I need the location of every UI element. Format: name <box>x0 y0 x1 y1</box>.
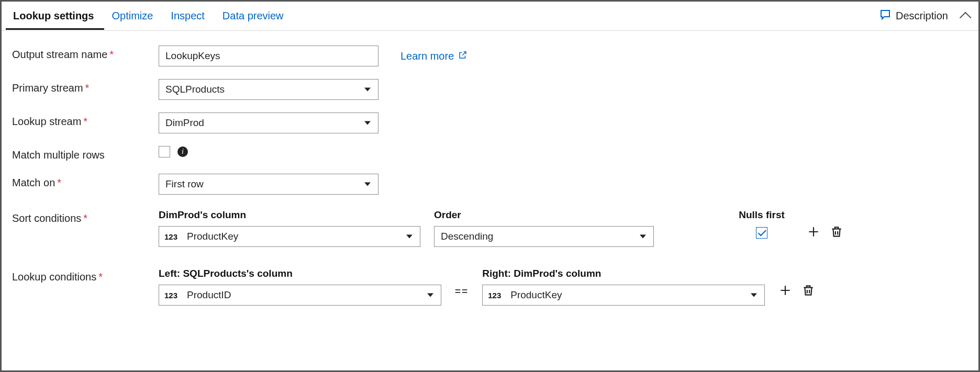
sort-column-stack: DimProd's column 123 ProductKey <box>159 209 420 247</box>
primary-stream-select[interactable]: SQLProducts <box>159 79 378 100</box>
caret-down-icon <box>751 294 757 297</box>
row-primary-stream: Primary stream* SQLProducts <box>12 79 968 100</box>
lookup-stream-select[interactable]: DimProd <box>159 112 378 133</box>
lookup-left-header: Left: SQLProducts's column <box>159 268 441 279</box>
lookup-right-header: Right: DimProd's column <box>482 268 765 279</box>
row-lookup-stream: Lookup stream* DimProd <box>12 112 968 133</box>
add-sort-condition-button[interactable] <box>807 225 820 239</box>
sort-column-value: ProductKey <box>187 231 238 242</box>
row-sort-conditions: Sort conditions* DimProd's column 123 Pr… <box>12 209 968 247</box>
nulls-first-checkbox[interactable] <box>756 227 767 239</box>
primary-stream-value: SQLProducts <box>165 84 225 95</box>
output-stream-name-input[interactable] <box>159 46 378 66</box>
label-text: Match on <box>12 177 55 188</box>
type-chip: 123 <box>164 232 177 241</box>
match-on-value: First row <box>165 178 204 190</box>
sort-row-actions <box>807 209 843 239</box>
lookup-left-value: ProductID <box>187 289 231 301</box>
caret-down-icon <box>406 235 413 239</box>
delete-sort-condition-button[interactable] <box>830 225 843 239</box>
label-output-stream-name: Output stream name* <box>12 46 159 61</box>
label-text: Sort conditions <box>12 212 81 224</box>
label-text: Primary stream <box>12 82 83 94</box>
caret-down-icon <box>364 88 371 92</box>
equals-operator: == <box>455 268 469 297</box>
caret-down-icon <box>640 235 646 239</box>
row-output-stream-name: Output stream name* Learn more <box>12 46 968 66</box>
sort-column-header: DimProd's column <box>159 209 420 221</box>
row-match-on: Match on* First row <box>12 174 968 195</box>
label-text: Lookup conditions <box>12 271 96 283</box>
description-label: Description <box>896 10 948 22</box>
type-chip: 123 <box>164 291 177 300</box>
sort-order-value: Descending <box>441 231 493 242</box>
caret-down-icon <box>364 121 371 125</box>
comment-icon <box>879 8 892 24</box>
sort-nulls-stack: Nulls first <box>730 209 793 239</box>
caret-down-icon <box>427 294 433 297</box>
lookup-right-stack: Right: DimProd's column 123 ProductKey <box>482 268 765 306</box>
label-match-on: Match on* <box>12 174 159 189</box>
lookup-settings-form: Output stream name* Learn more Primary s… <box>2 31 978 331</box>
label-text: Lookup stream <box>12 116 81 127</box>
tab-bar: Lookup settings Optimize Inspect Data pr… <box>2 2 978 31</box>
label-match-multiple-rows: Match multiple rows <box>12 146 159 161</box>
lookup-right-value: ProductKey <box>510 289 562 301</box>
label-lookup-stream: Lookup stream* <box>12 112 159 128</box>
tab-optimize[interactable]: Optimize <box>104 3 163 30</box>
lookup-right-select[interactable]: 123 ProductKey <box>482 285 765 306</box>
sort-column-select[interactable]: 123 ProductKey <box>159 226 420 247</box>
lookup-row-actions <box>778 268 815 297</box>
match-multiple-rows-checkbox[interactable] <box>159 146 170 157</box>
tab-data-preview[interactable]: Data preview <box>215 3 294 30</box>
learn-more-link[interactable]: Learn more <box>400 50 467 62</box>
caret-down-icon <box>364 183 371 186</box>
lookup-left-stack: Left: SQLProducts's column 123 ProductID <box>159 268 441 306</box>
add-lookup-condition-button[interactable] <box>778 284 792 297</box>
label-text: Match multiple rows <box>12 149 105 161</box>
delete-lookup-condition-button[interactable] <box>801 284 815 297</box>
row-match-multiple-rows: Match multiple rows i <box>12 146 968 161</box>
row-lookup-conditions: Lookup conditions* Left: SQLProducts's c… <box>12 268 968 306</box>
label-text: Output stream name <box>12 49 107 60</box>
label-lookup-conditions: Lookup conditions* <box>12 268 159 283</box>
type-chip: 123 <box>488 291 501 300</box>
lookup-left-select[interactable]: 123 ProductID <box>159 285 441 306</box>
tab-inspect[interactable]: Inspect <box>163 3 215 30</box>
sort-order-stack: Order Descending <box>434 209 654 247</box>
learn-more-text: Learn more <box>400 50 454 62</box>
chevron-up-icon <box>960 12 972 24</box>
label-primary-stream: Primary stream* <box>12 79 159 94</box>
lookup-stream-value: DimProd <box>165 117 204 129</box>
sort-order-select[interactable]: Descending <box>434 226 654 247</box>
match-on-select[interactable]: First row <box>159 174 378 195</box>
tabs: Lookup settings Optimize Inspect Data pr… <box>6 3 294 30</box>
sort-order-header: Order <box>434 209 654 221</box>
description-button[interactable]: Description <box>879 8 971 24</box>
sort-nulls-header: Nulls first <box>739 209 785 221</box>
external-link-icon <box>458 50 467 62</box>
label-sort-conditions: Sort conditions* <box>12 209 159 224</box>
tab-lookup-settings[interactable]: Lookup settings <box>6 3 104 30</box>
info-icon[interactable]: i <box>177 146 188 157</box>
